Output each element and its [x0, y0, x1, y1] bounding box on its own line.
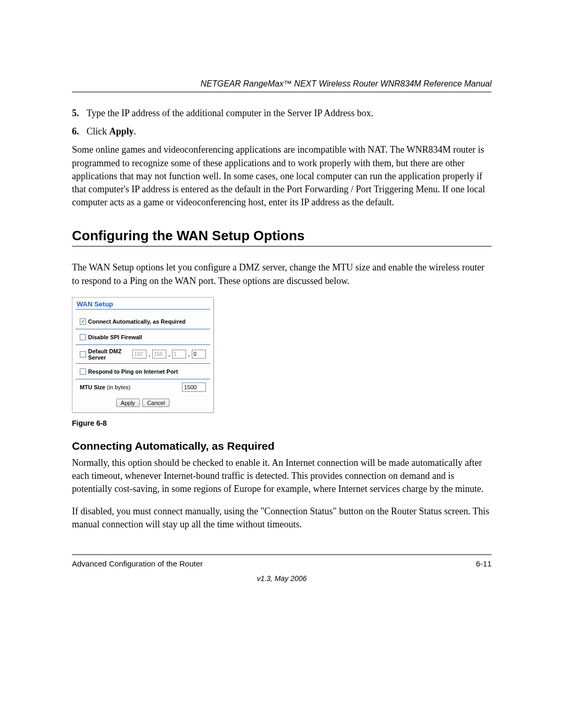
label-connect-auto: Connect Automatically, as Required — [88, 318, 186, 325]
step-6: 6. Click Apply. — [72, 125, 492, 138]
label-mtu: MTU Size (in bytes) — [80, 384, 130, 390]
step-6-text: Click Apply. — [87, 125, 136, 138]
mtu-input[interactable]: 1500 — [182, 382, 206, 392]
doc-header: NETGEAR RangeMax™ NEXT Wireless Router W… — [72, 79, 492, 92]
apply-button[interactable]: Apply — [116, 399, 140, 407]
heading-connect-auto: Connecting Automatically, as Required — [72, 440, 492, 452]
step-5-text: Type the IP address of the additional co… — [87, 107, 373, 120]
label-ping: Respond to Ping on Internet Port — [88, 368, 178, 375]
paragraph-wan-intro: The WAN Setup options let you configure … — [72, 261, 492, 287]
checkbox-ping[interactable] — [80, 368, 86, 375]
wan-row-ping: Respond to Ping on Internet Port — [76, 364, 210, 379]
footer: Advanced Configuration of the Router 6-1… — [72, 554, 492, 583]
wan-row-connect-auto: Connect Automatically, as Required — [76, 314, 210, 329]
wan-row-mtu: MTU Size (in bytes) 1500 — [76, 379, 210, 394]
wan-setup-figure: WAN Setup Connect Automatically, as Requ… — [72, 297, 214, 413]
figure-caption: Figure 6-8 — [72, 419, 492, 427]
dmz-ip-d[interactable]: 0 — [192, 350, 206, 359]
step-6-prefix: Click — [87, 126, 109, 137]
footer-page: 6-11 — [476, 559, 492, 568]
step-6-num: 6. — [72, 125, 87, 138]
label-dmz: Default DMZ Server — [88, 348, 130, 361]
checkbox-connect-auto[interactable] — [80, 318, 86, 325]
label-disable-spi: Disable SPI Firewall — [88, 334, 142, 340]
dmz-ip-c[interactable]: 1 — [172, 350, 186, 359]
wan-row-disable-spi: Disable SPI Firewall — [76, 329, 210, 345]
step-5-num: 5. — [72, 107, 87, 120]
step-6-suffix: . — [134, 126, 137, 137]
cancel-button[interactable]: Cancel — [142, 399, 169, 407]
dmz-ip-b[interactable]: 168 — [152, 350, 166, 359]
checkbox-disable-spi[interactable] — [80, 334, 86, 340]
heading-wan-setup: Configuring the WAN Setup Options — [72, 228, 492, 246]
step-5: 5. Type the IP address of the additional… — [72, 107, 492, 120]
steps-list: 5. Type the IP address of the additional… — [72, 107, 492, 138]
footer-section: Advanced Configuration of the Router — [72, 559, 203, 568]
dmz-ip-a[interactable]: 192 — [132, 350, 146, 359]
step-6-bold: Apply — [109, 126, 134, 137]
paragraph-connect-auto-2: If disabled, you must connect manually, … — [72, 505, 492, 531]
paragraph-connect-auto-1: Normally, this option should be checked … — [72, 456, 492, 496]
wan-buttons: Apply Cancel — [72, 394, 213, 412]
footer-version: v1.3, May 2006 — [72, 574, 492, 583]
wan-row-dmz: Default DMZ Server 192. 168. 1. 0 — [76, 345, 210, 364]
checkbox-dmz[interactable] — [80, 351, 86, 357]
paragraph-nat: Some online games and videoconferencing … — [72, 143, 492, 209]
wan-title: WAN Setup — [72, 298, 213, 309]
